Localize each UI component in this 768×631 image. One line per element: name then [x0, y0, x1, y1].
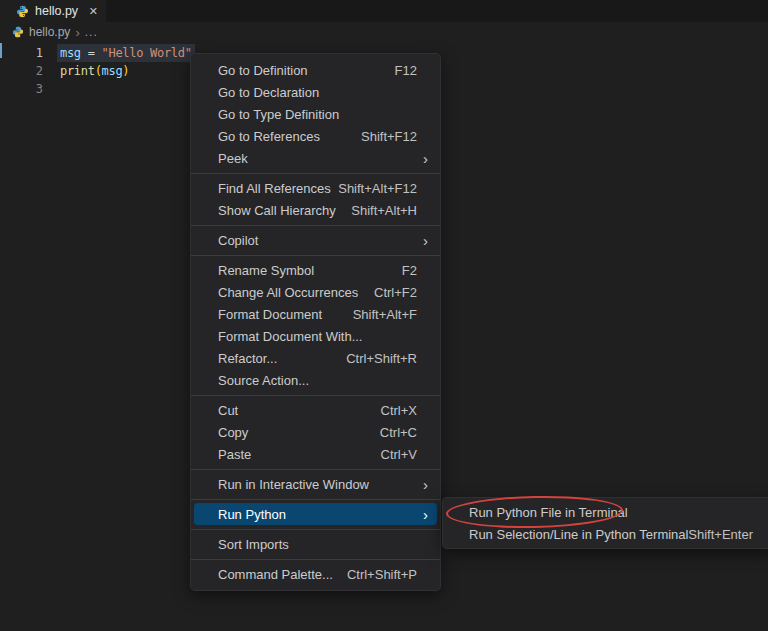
menu-item-refactor[interactable]: Refactor...Ctrl+Shift+R [191, 347, 440, 369]
menu-item-go-to-declaration[interactable]: Go to Declaration [191, 81, 440, 103]
context-menu: Go to DefinitionF12Go to DeclarationGo t… [190, 53, 441, 591]
menu-item-rename-symbol[interactable]: Rename SymbolF2 [191, 259, 440, 281]
menu-item-label: Refactor... [218, 351, 346, 366]
menu-item-label: Go to Definition [218, 63, 395, 78]
chevron-right-icon: › [423, 477, 430, 492]
menu-item-label: Peek [218, 151, 423, 166]
menu-item-label: Source Action... [218, 373, 430, 388]
menu-item-label: Command Palette... [218, 567, 347, 582]
python-icon [16, 5, 29, 18]
menu-shortcut: Shift+Alt+H [351, 203, 430, 218]
menu-item-copy[interactable]: CopyCtrl+C [191, 421, 440, 443]
menu-separator [191, 499, 440, 500]
menu-item-go-to-definition[interactable]: Go to DefinitionF12 [191, 59, 440, 81]
menu-shortcut: Ctrl+F2 [374, 285, 430, 300]
menu-shortcut: Shift+Alt+F12 [338, 181, 430, 196]
chevron-right-icon: › [423, 233, 430, 248]
menu-shortcut: F12 [395, 63, 430, 78]
menu-item-label: Format Document With... [218, 329, 430, 344]
menu-shortcut: Shift+Alt+F [353, 307, 430, 322]
menu-shortcut: F2 [402, 263, 430, 278]
menu-item-change-all-occurrences[interactable]: Change All OccurrencesCtrl+F2 [191, 281, 440, 303]
menu-shortcut: Ctrl+X [381, 403, 430, 418]
menu-item-run-selection-line-in-python-terminal[interactable]: Run Selection/Line in Python TerminalShi… [443, 523, 768, 545]
menu-shortcut: Ctrl+Shift+R [346, 351, 430, 366]
menu-item-copilot[interactable]: Copilot› [191, 229, 440, 251]
menu-item-run-python-file-in-terminal[interactable]: Run Python File in Terminal [443, 501, 768, 523]
menu-item-cut[interactable]: CutCtrl+X [191, 399, 440, 421]
menu-item-go-to-references[interactable]: Go to ReferencesShift+F12 [191, 125, 440, 147]
run-python-submenu: Run Python File in TerminalRun Selection… [442, 497, 768, 549]
menu-item-paste[interactable]: PasteCtrl+V [191, 443, 440, 465]
menu-item-sort-imports[interactable]: Sort Imports [191, 533, 440, 555]
menu-item-label: Rename Symbol [218, 263, 402, 278]
menu-item-label: Run Python [218, 507, 423, 522]
menu-shortcut: Shift+Enter [688, 527, 766, 542]
menu-item-format-document[interactable]: Format DocumentShift+Alt+F [191, 303, 440, 325]
menu-item-label: Paste [218, 447, 381, 462]
line-number: 3 [0, 80, 51, 98]
code-text: print(msg) [60, 62, 129, 80]
menu-shortcut: Ctrl+V [381, 447, 430, 462]
menu-separator [191, 395, 440, 396]
breadcrumb-file[interactable]: hello.py [29, 25, 70, 39]
editor-edge-marker [0, 43, 2, 58]
menu-item-go-to-type-definition[interactable]: Go to Type Definition [191, 103, 440, 125]
menu-item-run-python[interactable]: Run Python› [194, 503, 437, 525]
menu-separator [191, 255, 440, 256]
menu-item-label: Show Call Hierarchy [218, 203, 351, 218]
menu-item-peek[interactable]: Peek› [191, 147, 440, 169]
python-icon [12, 26, 24, 38]
tab-label: hello.py [35, 4, 78, 18]
menu-item-label: Run Selection/Line in Python Terminal [469, 527, 688, 542]
menu-item-label: Copilot [218, 233, 423, 248]
menu-item-label: Cut [218, 403, 381, 418]
chevron-right-icon: › [423, 507, 430, 522]
menu-item-show-call-hierarchy[interactable]: Show Call HierarchyShift+Alt+H [191, 199, 440, 221]
menu-separator [191, 173, 440, 174]
menu-item-label: Sort Imports [218, 537, 430, 552]
menu-item-label: Go to References [218, 129, 361, 144]
menu-item-command-palette[interactable]: Command Palette...Ctrl+Shift+P [191, 563, 440, 585]
menu-item-find-all-references[interactable]: Find All ReferencesShift+Alt+F12 [191, 177, 440, 199]
chevron-right-icon: › [75, 25, 79, 40]
menu-item-label: Run in Interactive Window [218, 477, 423, 492]
menu-item-format-document-with[interactable]: Format Document With... [191, 325, 440, 347]
tab-hello-py[interactable]: hello.py ✕ [0, 0, 106, 22]
menu-shortcut: Ctrl+C [380, 425, 430, 440]
menu-item-label: Go to Declaration [218, 85, 430, 100]
menu-item-label: Run Python File in Terminal [469, 505, 766, 520]
menu-item-label: Change All Occurrences [218, 285, 374, 300]
menu-item-source-action[interactable]: Source Action... [191, 369, 440, 391]
tab-bar: hello.py ✕ [0, 0, 768, 22]
menu-item-label: Format Document [218, 307, 353, 322]
breadcrumb: hello.py › ... [0, 22, 768, 42]
menu-item-label: Copy [218, 425, 380, 440]
menu-separator [191, 529, 440, 530]
menu-separator [191, 225, 440, 226]
line-number: 1 [0, 44, 51, 62]
menu-shortcut: Shift+F12 [361, 129, 430, 144]
code-text: msg = "Hello World" [57, 44, 195, 62]
breadcrumb-symbols[interactable]: ... [85, 25, 98, 39]
menu-separator [191, 559, 440, 560]
menu-separator [191, 469, 440, 470]
chevron-right-icon: › [423, 151, 430, 166]
tab-close-icon[interactable]: ✕ [89, 6, 98, 17]
line-number: 2 [0, 62, 51, 80]
menu-item-run-in-interactive-window[interactable]: Run in Interactive Window› [191, 473, 440, 495]
menu-item-label: Find All References [218, 181, 338, 196]
menu-item-label: Go to Type Definition [218, 107, 430, 122]
menu-shortcut: Ctrl+Shift+P [347, 567, 430, 582]
